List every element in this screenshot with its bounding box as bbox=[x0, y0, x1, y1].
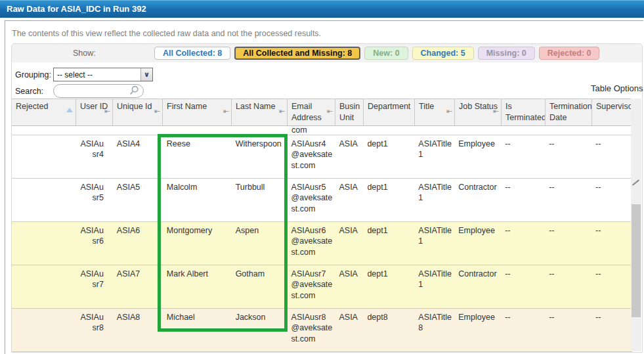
cell-job-status: Employee bbox=[454, 222, 501, 265]
column-resize-handle-icon[interactable]: ⇤ bbox=[493, 107, 499, 117]
column-resize-handle-icon[interactable]: ⇤ bbox=[154, 107, 160, 117]
column-header-user-id[interactable]: User ID⇤ bbox=[76, 99, 113, 125]
cell-title: ASIATitle8 bbox=[414, 309, 454, 351]
column-header-termination-date[interactable]: Termination Date bbox=[546, 99, 592, 125]
column-resize-handle-icon[interactable]: ⇤ bbox=[223, 107, 229, 117]
cell-user-id: ASIAusr8 bbox=[76, 309, 113, 351]
cell-termination-date: -- bbox=[545, 135, 591, 178]
cell-busin-unit: ASIA bbox=[335, 265, 363, 308]
cell-email-address: ASIAusr5@aveksatest.com bbox=[288, 179, 335, 221]
cell-first-name: Montgomery bbox=[163, 222, 232, 265]
column-label: Job Status bbox=[459, 102, 498, 111]
cell-last-name: Witherspoon bbox=[232, 135, 288, 178]
column-label: Busin Unit bbox=[339, 102, 360, 122]
cell-email-address: ASIAusr7@aveksatest.com bbox=[288, 265, 335, 308]
search-label: Search: bbox=[15, 87, 53, 96]
cell-job-status: Employee bbox=[454, 309, 501, 351]
cell-first-name: Mark Albert bbox=[163, 265, 232, 308]
table-row-ASIAusr6[interactable]: ASIAusr6ASIA6MontgomeryAspenASIAusr6@ave… bbox=[12, 222, 632, 265]
cell-termination-date: -- bbox=[545, 265, 591, 308]
sort-ascending-icon[interactable] bbox=[66, 108, 73, 112]
filter-tab-all-collected[interactable]: All Collected: 8 bbox=[154, 47, 230, 60]
grouping-select[interactable]: -- select -- ∨ bbox=[53, 68, 153, 81]
filter-bar: Show: All Collected: 8All Collected and … bbox=[12, 44, 642, 62]
column-header-rejected[interactable]: Rejected bbox=[12, 99, 76, 125]
cell-last-name: Turbbull bbox=[232, 179, 288, 221]
scroll-up-arrow-icon[interactable] bbox=[632, 179, 639, 186]
column-resize-handle-icon[interactable]: ⇤ bbox=[446, 107, 452, 117]
column-resize-handle-icon[interactable]: ⇤ bbox=[279, 107, 285, 117]
cell-user-id: ASIAusr7 bbox=[76, 265, 113, 308]
cell-job-status: Employee bbox=[454, 135, 501, 178]
cell-supervisor: -- bbox=[591, 222, 632, 265]
chevron-down-icon[interactable]: ∨ bbox=[140, 68, 152, 81]
cell-unique-id: ASIA7 bbox=[113, 265, 163, 308]
column-header-email-address[interactable]: Email Address⇤ bbox=[288, 99, 335, 125]
cell-email-address: ASIAusr4@aveksatest.com bbox=[288, 135, 335, 178]
column-header-unique-id[interactable]: Unique Id⇤ bbox=[113, 99, 163, 125]
cell-is-terminated: -- bbox=[501, 265, 545, 308]
cell-department: dept1 bbox=[363, 135, 414, 178]
vertical-scrollbar-track[interactable] bbox=[631, 99, 641, 351]
column-resize-handle-icon[interactable]: ⇤ bbox=[104, 107, 110, 117]
cell-termination-date: -- bbox=[545, 179, 591, 221]
cell-first-name: Malcolm bbox=[163, 179, 232, 221]
column-resize-handle-icon[interactable]: ⇤ bbox=[327, 107, 333, 117]
filter-tab-new[interactable]: New: 0 bbox=[364, 47, 408, 60]
column-header-job-status[interactable]: Job Status⇤ bbox=[455, 99, 502, 125]
table-container: Show: All Collected: 8All Collected and … bbox=[11, 43, 643, 353]
cell-supervisor: -- bbox=[591, 179, 632, 221]
filter-tab-missing[interactable]: Missing: 0 bbox=[478, 47, 535, 60]
cell-busin-unit: ASIA bbox=[335, 222, 363, 265]
cell-email-address: ASIAusr8@aveksatest.com bbox=[288, 309, 335, 351]
partially-scrolled-row[interactable]: com bbox=[12, 126, 632, 135]
show-label: Show: bbox=[73, 49, 105, 58]
cell-supervisor: -- bbox=[591, 265, 632, 308]
column-header-is-terminated[interactable]: Is Terminated bbox=[502, 99, 546, 125]
column-header-first-name[interactable]: First Name⇤ bbox=[163, 99, 232, 125]
partial-email-text: com bbox=[291, 126, 307, 135]
cell-termination-date: -- bbox=[545, 222, 591, 265]
column-header-title[interactable]: Title⇤ bbox=[415, 99, 455, 125]
cell-unique-id: ASIA5 bbox=[113, 179, 163, 221]
table-row-ASIAusr4[interactable]: ASIAusr4ASIA4ReeseWitherspoonASIAusr4@av… bbox=[12, 135, 632, 179]
table-row-ASIAusr7[interactable]: ASIAusr7ASIA7Mark AlbertGothamASIAusr7@a… bbox=[12, 265, 632, 309]
cell-rejected bbox=[12, 265, 76, 308]
cell-is-terminated: -- bbox=[501, 135, 545, 178]
grouping-label: Grouping: bbox=[15, 70, 53, 79]
vertical-scrollbar-thumb[interactable] bbox=[632, 204, 641, 317]
cell-termination-date: -- bbox=[545, 309, 591, 351]
filter-tab-changed[interactable]: Changed: 5 bbox=[412, 47, 474, 60]
cell-rejected bbox=[12, 179, 76, 221]
cell-department: dept1 bbox=[363, 179, 414, 221]
table-options-link[interactable]: Table Options bbox=[591, 83, 643, 93]
page-title: Raw Data for ASIA_IDC in Run 392 bbox=[7, 4, 146, 14]
cell-title: ASIATitle1 bbox=[414, 179, 454, 221]
cell-supervisor: -- bbox=[591, 309, 632, 351]
search-input[interactable] bbox=[54, 87, 129, 96]
cell-unique-id: ASIA8 bbox=[113, 309, 163, 351]
table-row-ASIAusr5[interactable]: ASIAusr5ASIA5MalcolmTurbbullASIAusr5@ave… bbox=[12, 179, 632, 222]
filter-tabs: All Collected: 8All Collected and Missin… bbox=[154, 47, 599, 60]
cell-is-terminated: -- bbox=[501, 179, 545, 221]
cell-title: ASIATitle1 bbox=[414, 222, 454, 265]
column-label: Unique Id bbox=[117, 102, 152, 111]
column-header-last-name[interactable]: Last Name⇤ bbox=[232, 99, 288, 125]
column-label: First Name bbox=[167, 102, 207, 111]
column-header-department[interactable]: Department bbox=[364, 99, 415, 125]
column-label: Email Address bbox=[291, 102, 322, 122]
grouping-selected-value: -- select -- bbox=[54, 70, 140, 79]
table-row-ASIAusr8[interactable]: ASIAusr8ASIA8MichaelJacksonASIAusr8@avek… bbox=[12, 309, 632, 352]
search-box bbox=[53, 84, 144, 98]
cell-user-id: ASIAusr4 bbox=[76, 135, 113, 178]
column-header-supervisor[interactable]: Supervisor bbox=[592, 99, 633, 125]
cell-busin-unit: ASIA bbox=[335, 135, 363, 178]
column-label: Title bbox=[419, 102, 434, 111]
filter-tab-all-collected-and-missing[interactable]: All Collected and Missing: 8 bbox=[234, 47, 360, 60]
filter-tab-rejected[interactable]: Rejected: 0 bbox=[539, 47, 600, 60]
column-label: Department bbox=[368, 102, 410, 111]
cell-supervisor: -- bbox=[591, 135, 632, 178]
column-header-busin-unit[interactable]: Busin Unit bbox=[335, 99, 364, 125]
search-icon[interactable] bbox=[129, 85, 139, 97]
column-label: Is Terminated bbox=[505, 102, 546, 122]
